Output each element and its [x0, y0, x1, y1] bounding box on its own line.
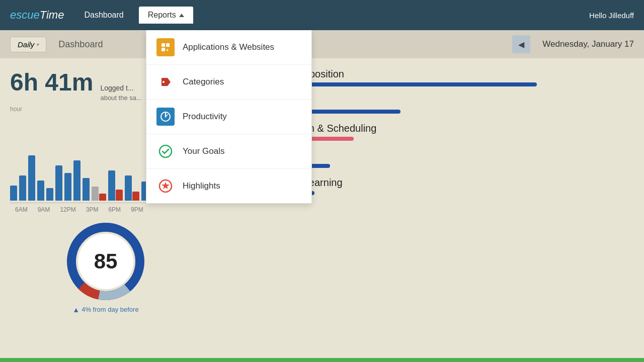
bottom-progress-bar	[0, 358, 644, 362]
nav-reports-button[interactable]: Reports	[139, 7, 193, 24]
productivity-icon	[156, 108, 175, 126]
header: escueTime Dashboard Reports Hello Jilled…	[0, 0, 644, 30]
time-labels: 6AM 9AM 12PM 3PM 6PM 9PM	[10, 206, 201, 213]
dropdown-item-productivity[interactable]: Productivity	[146, 100, 311, 134]
bar-segment-secondary	[116, 190, 123, 201]
bar-segment	[10, 186, 17, 201]
bar-group	[55, 165, 62, 201]
bar-group	[10, 186, 17, 201]
svg-point-7	[165, 116, 167, 118]
svg-rect-0	[162, 43, 165, 47]
daily-selector[interactable]: Daily ▾	[10, 37, 46, 52]
applications-icon	[156, 38, 175, 56]
brand-logo: escueTime	[10, 9, 64, 22]
donut-area: 85 ▲ 4% from day before	[10, 221, 201, 314]
nav-dashboard[interactable]: Dashboard	[84, 11, 123, 20]
svg-rect-1	[166, 43, 170, 47]
svg-marker-10	[162, 182, 170, 189]
bar-segment	[92, 187, 99, 201]
bar-group	[92, 187, 106, 201]
productivity-label: Productivity	[183, 112, 227, 122]
donut-score: 85	[94, 249, 118, 274]
bar-group	[108, 170, 123, 201]
reports-dropdown: Applications & Websites Categories Produ…	[146, 30, 312, 204]
daily-arrow-icon: ▾	[36, 42, 39, 47]
bar-segment-secondary	[132, 192, 139, 201]
svg-point-8	[159, 145, 172, 157]
bar-segment	[125, 175, 132, 201]
dropdown-item-categories[interactable]: Categories	[146, 65, 311, 100]
bar-group	[83, 178, 90, 201]
bar-group	[125, 175, 139, 201]
sub-header: Daily ▾ Dashboard ◀ Wednesday, January 1…	[0, 30, 644, 58]
brand-rescue: escue	[10, 9, 40, 21]
reports-label: Reports	[148, 11, 176, 20]
up-arrow-icon: ▲	[72, 306, 79, 314]
bar-group	[64, 173, 71, 201]
bar-segment	[108, 170, 115, 201]
applications-label: Applications & Websites	[183, 42, 274, 52]
svg-point-5	[163, 81, 165, 83]
brand-time: Time	[40, 9, 64, 21]
bar-group	[19, 175, 26, 201]
bar-group	[46, 188, 53, 201]
bar-segment-secondary	[99, 194, 106, 201]
categories-icon	[156, 73, 175, 91]
dropdown-item-applications[interactable]: Applications & Websites	[146, 30, 311, 65]
donut-chart: 85	[65, 221, 146, 302]
highlights-icon	[156, 177, 175, 195]
daily-label: Daily	[18, 40, 34, 49]
bar-group	[28, 155, 35, 201]
reports-arrow-icon	[179, 14, 184, 17]
svg-rect-2	[162, 48, 165, 51]
dropdown-item-your-goals[interactable]: Your Goals	[146, 134, 311, 169]
bar-segment	[55, 165, 62, 201]
dashboard-label: Dashboard	[58, 39, 103, 50]
bar-segment	[64, 173, 71, 201]
date-display: Wednesday, January 17	[542, 39, 634, 49]
prev-date-button[interactable]: ◀	[512, 35, 530, 53]
bar-segment	[83, 178, 90, 201]
dropdown-item-highlights[interactable]: Highlights	[146, 169, 311, 203]
main-content: 6h 41m Logged t... about the sa... hour …	[0, 58, 644, 362]
bar-group	[73, 160, 80, 201]
bar-group	[37, 180, 44, 201]
highlights-label: Highlights	[183, 181, 220, 191]
total-time: 6h 41m	[10, 68, 93, 96]
hello-user: Hello Jilleduff	[589, 11, 634, 20]
bar-segment	[19, 175, 26, 201]
your-goals-label: Your Goals	[183, 146, 224, 156]
bar-segment	[28, 155, 35, 201]
bar-segment	[73, 160, 80, 201]
your-goals-icon	[156, 142, 175, 160]
logged-text: Logged t... about the sa...	[100, 83, 141, 103]
bar-segment	[46, 188, 53, 201]
svg-rect-4	[166, 50, 169, 50]
percent-change: ▲ 4% from day before	[72, 306, 138, 314]
categories-label: Categories	[183, 77, 224, 87]
bar-segment	[37, 180, 44, 201]
